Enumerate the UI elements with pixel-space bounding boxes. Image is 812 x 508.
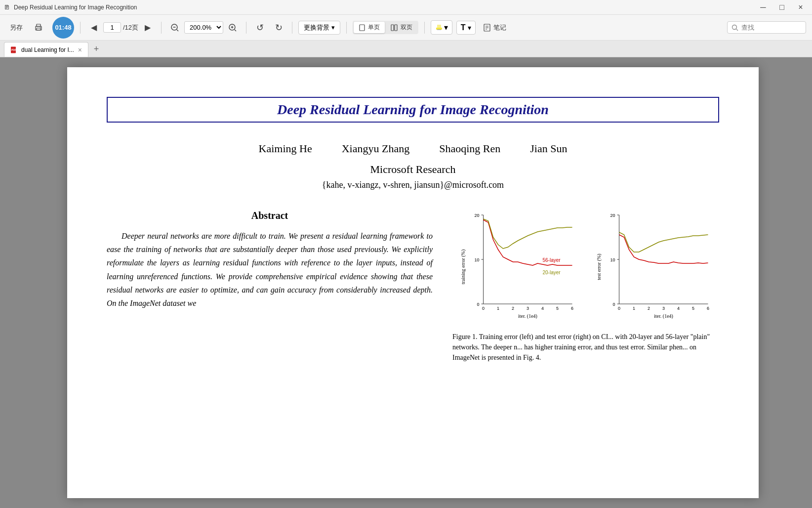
note-label: 笔记 xyxy=(493,23,506,32)
background-label: 更换背景 xyxy=(304,23,329,32)
svg-line-10 xyxy=(235,30,236,31)
save-btn[interactable]: 另存 xyxy=(6,21,27,34)
figure-column: training error (%) 20 10 xyxy=(452,210,719,363)
maximize-btn[interactable]: □ xyxy=(774,0,789,15)
chevron-down-icon-text: ▾ xyxy=(468,24,471,32)
svg-text:1: 1 xyxy=(633,306,635,311)
print-btn[interactable] xyxy=(31,22,46,34)
note-icon xyxy=(484,24,491,32)
abstract-column: Abstract Deeper neural networks are more… xyxy=(107,210,433,363)
next-page-btn[interactable]: ▶ xyxy=(140,20,155,35)
double-page-label: 双页 xyxy=(401,24,412,31)
undo-btn[interactable]: ↺ xyxy=(252,20,267,35)
zoom-controls: 200.0% 150% 100% 75% 50% xyxy=(167,20,240,35)
svg-text:PDF: PDF xyxy=(11,48,16,51)
email: {kahe, v-xiangz, v-shren, jiansun}@micro… xyxy=(107,180,719,190)
title-bar: 🖹 Deep Residual Learning for Image Recog… xyxy=(0,0,812,15)
svg-text:3: 3 xyxy=(662,306,665,311)
search-box[interactable] xyxy=(727,21,806,34)
double-page-icon xyxy=(391,24,398,31)
pdf-page: Deep Residual Learning for Image Recogni… xyxy=(67,67,759,498)
chevron-down-icon-highlight: ▾ xyxy=(444,23,448,32)
svg-point-21 xyxy=(732,25,737,29)
separator-6 xyxy=(424,22,425,34)
svg-rect-12 xyxy=(391,25,394,31)
text-tool-label: T xyxy=(461,23,466,32)
timer-badge[interactable]: 01:48 xyxy=(52,17,74,39)
svg-text:10: 10 xyxy=(610,257,615,262)
page-navigation: ◀ /12页 ▶ xyxy=(86,20,155,35)
tab-label: dual Learning for I... xyxy=(21,46,74,53)
content-columns: Abstract Deeper neural networks are more… xyxy=(107,210,719,363)
zoom-out-icon xyxy=(170,23,179,32)
svg-text:6: 6 xyxy=(707,306,709,311)
svg-text:6: 6 xyxy=(571,306,573,311)
svg-text:20: 20 xyxy=(610,213,615,218)
zoom-in-icon xyxy=(228,23,237,32)
view-mode-group: 单页 双页 xyxy=(353,21,418,34)
training-chart-svg: training error (%) 20 10 xyxy=(452,210,583,324)
svg-text:5: 5 xyxy=(692,306,694,311)
author-1: Kaiming He xyxy=(259,142,312,155)
figure-caption: Figure 1. Training error (left) and test… xyxy=(452,332,719,363)
pdf-tab[interactable]: PDF dual Learning for I... × xyxy=(4,42,88,57)
svg-line-22 xyxy=(736,29,738,31)
search-icon xyxy=(731,24,738,31)
svg-text:training error (%): training error (%) xyxy=(460,250,466,285)
svg-text:10: 10 xyxy=(474,257,479,262)
svg-rect-13 xyxy=(395,25,397,31)
note-btn[interactable]: 笔记 xyxy=(480,21,510,34)
zoom-out-btn[interactable] xyxy=(167,20,182,35)
tab-close-btn[interactable]: × xyxy=(78,46,82,53)
svg-text:56-layer: 56-layer xyxy=(543,257,561,263)
svg-text:5: 5 xyxy=(556,306,559,311)
redo-btn[interactable]: ↻ xyxy=(271,20,286,35)
search-input[interactable] xyxy=(741,24,801,31)
double-page-btn[interactable]: 双页 xyxy=(386,22,417,33)
svg-text:20-layer: 20-layer xyxy=(543,270,561,275)
svg-text:2: 2 xyxy=(512,306,514,311)
authors-list: Kaiming He Xiangyu Zhang Shaoqing Ren Ji… xyxy=(107,142,719,155)
svg-text:4: 4 xyxy=(677,306,680,311)
svg-text:3: 3 xyxy=(527,306,529,311)
abstract-title: Abstract xyxy=(107,210,433,221)
timer-value: 01:48 xyxy=(55,24,71,31)
app-icon: 🖹 xyxy=(4,4,10,11)
svg-line-6 xyxy=(177,30,178,31)
separator-5 xyxy=(346,22,347,34)
svg-rect-2 xyxy=(37,28,41,30)
single-page-btn[interactable]: 单页 xyxy=(354,22,385,33)
separator-1 xyxy=(80,22,81,34)
print-icon xyxy=(35,24,42,32)
separator-4 xyxy=(292,22,292,34)
window-controls[interactable]: ─ □ × xyxy=(756,0,808,15)
paper-title: Deep Residual Learning for Image Recogni… xyxy=(107,97,719,123)
svg-text:test error (%): test error (%) xyxy=(596,254,602,280)
page-input[interactable] xyxy=(103,22,121,33)
highlight-tool[interactable]: ▾ xyxy=(431,20,452,35)
test-chart-svg: test error (%) 20 10 xyxy=(588,210,719,324)
zoom-select[interactable]: 200.0% 150% 100% 75% 50% xyxy=(184,21,223,34)
minimize-btn[interactable]: ─ xyxy=(756,0,771,15)
text-tool[interactable]: T ▾ xyxy=(456,21,476,35)
svg-text:1: 1 xyxy=(497,306,499,311)
zoom-in-btn[interactable] xyxy=(225,20,240,35)
toolbar: 另存 01:48 ◀ /12页 ▶ 200.0% 150% xyxy=(0,15,812,41)
prev-page-btn[interactable]: ◀ xyxy=(86,20,101,35)
author-4: Jian Sun xyxy=(530,142,567,155)
separator-3 xyxy=(246,22,246,34)
close-btn[interactable]: × xyxy=(793,0,808,15)
svg-point-3 xyxy=(40,27,41,28)
add-tab-btn[interactable]: + xyxy=(89,42,103,56)
training-error-chart: training error (%) 20 10 xyxy=(452,210,583,326)
background-btn[interactable]: 更换背景 ▾ xyxy=(298,21,340,35)
highlight-icon xyxy=(435,24,443,32)
left-strip: CVPR 2015 xyxy=(0,57,14,508)
charts-container: training error (%) 20 10 xyxy=(452,210,719,326)
svg-text:iter. (1e4): iter. (1e4) xyxy=(518,313,537,319)
separator-2 xyxy=(161,22,162,34)
svg-text:0: 0 xyxy=(482,306,485,311)
main-content: CVPR 2015 Deep Residual Learning for Ima… xyxy=(0,57,812,508)
total-pages: /12页 xyxy=(123,23,138,32)
svg-text:2: 2 xyxy=(648,306,650,311)
